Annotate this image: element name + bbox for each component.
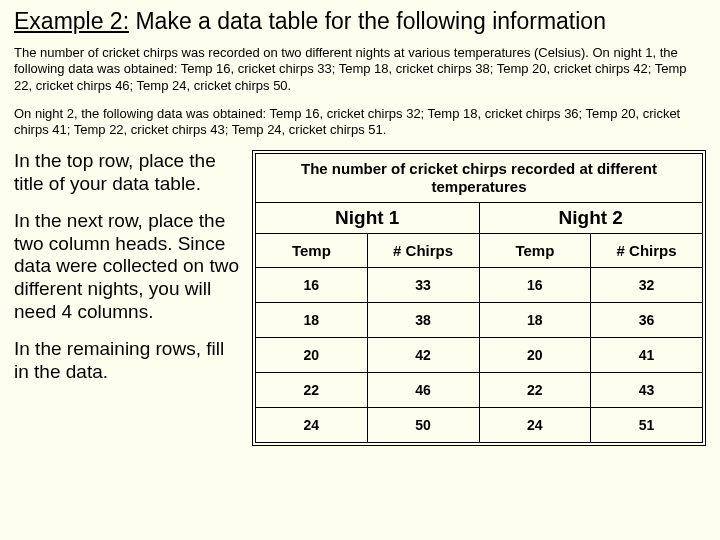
table-row: 18 38 18 36 [256, 303, 703, 338]
table-row: 20 42 20 41 [256, 338, 703, 373]
table-row: 22 46 22 43 [256, 373, 703, 408]
paragraph-1: The number of cricket chirps was recorde… [14, 45, 706, 94]
cell-n1-chirps: 42 [367, 338, 479, 373]
instruction-step-3: In the remaining rows, fill in the data. [14, 338, 244, 384]
col-header-temp: Temp [256, 234, 368, 268]
table-title: The number of cricket chirps recorded at… [256, 154, 703, 203]
cell-n2-temp: 20 [479, 338, 591, 373]
table-row: 24 50 24 51 [256, 408, 703, 443]
heading-text: Make a data table for the following info… [135, 8, 606, 34]
instructions: In the top row, place the title of your … [14, 150, 244, 446]
table-row-groups: Night 1 Night 2 [256, 203, 703, 234]
group-header-night2: Night 2 [479, 203, 703, 234]
cell-n2-chirps: 41 [591, 338, 703, 373]
group-header-night1: Night 1 [256, 203, 480, 234]
table-row: 16 33 16 32 [256, 268, 703, 303]
cell-n2-temp: 18 [479, 303, 591, 338]
instruction-step-2: In the next row, place the two column he… [14, 210, 244, 324]
cell-n1-temp: 16 [256, 268, 368, 303]
page-heading: Example 2: Make a data table for the fol… [14, 8, 706, 35]
cell-n1-chirps: 46 [367, 373, 479, 408]
cell-n2-chirps: 36 [591, 303, 703, 338]
heading-label: Example 2: [14, 8, 129, 34]
data-table-wrap: The number of cricket chirps recorded at… [252, 150, 706, 446]
cell-n1-temp: 22 [256, 373, 368, 408]
content-row: In the top row, place the title of your … [14, 150, 706, 446]
cell-n1-chirps: 50 [367, 408, 479, 443]
cell-n2-temp: 24 [479, 408, 591, 443]
table-row-title: The number of cricket chirps recorded at… [256, 154, 703, 203]
cell-n2-chirps: 51 [591, 408, 703, 443]
instruction-step-1: In the top row, place the title of your … [14, 150, 244, 196]
cell-n2-chirps: 43 [591, 373, 703, 408]
cell-n1-chirps: 33 [367, 268, 479, 303]
col-header-chirps: # Chirps [591, 234, 703, 268]
cell-n1-temp: 24 [256, 408, 368, 443]
cell-n2-chirps: 32 [591, 268, 703, 303]
cell-n1-temp: 20 [256, 338, 368, 373]
cell-n1-temp: 18 [256, 303, 368, 338]
col-header-temp: Temp [479, 234, 591, 268]
col-header-chirps: # Chirps [367, 234, 479, 268]
cell-n2-temp: 16 [479, 268, 591, 303]
cell-n1-chirps: 38 [367, 303, 479, 338]
paragraph-2: On night 2, the following data was obtai… [14, 106, 706, 139]
data-table: The number of cricket chirps recorded at… [255, 153, 703, 443]
table-row-headers: Temp # Chirps Temp # Chirps [256, 234, 703, 268]
cell-n2-temp: 22 [479, 373, 591, 408]
